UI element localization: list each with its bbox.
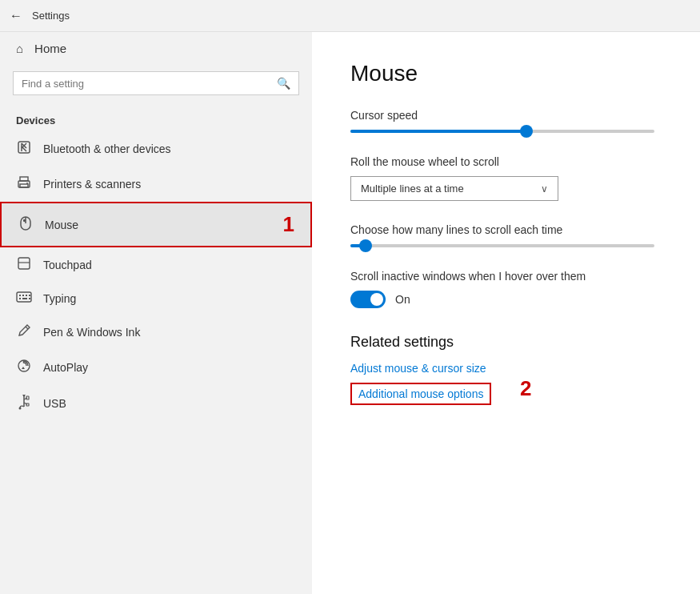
sidebar-item-printers-label: Printers & scanners xyxy=(43,178,141,191)
svg-rect-11 xyxy=(23,219,26,222)
cursor-speed-label: Cursor speed xyxy=(350,109,662,122)
annotation-1: 1 xyxy=(283,212,294,237)
sidebar-home-label: Home xyxy=(34,42,66,55)
svg-rect-14 xyxy=(17,292,31,302)
sidebar-item-mouse-label: Mouse xyxy=(45,219,78,231)
scroll-lines-slider[interactable] xyxy=(350,244,654,247)
sidebar-item-pen[interactable]: Pen & Windows Ink xyxy=(0,315,312,350)
svg-rect-18 xyxy=(19,298,21,299)
adjust-mouse-link[interactable]: Adjust mouse & cursor size xyxy=(350,362,662,375)
sidebar-item-touchpad-label: Touchpad xyxy=(43,259,92,271)
svg-rect-17 xyxy=(26,295,27,296)
pen-icon xyxy=(16,323,32,341)
scroll-dropdown[interactable]: Multiple lines at a time ∨ xyxy=(350,176,558,201)
sidebar-item-autoplay-label: AutoPlay xyxy=(43,361,88,374)
toggle-state-label: On xyxy=(395,293,410,306)
sidebar-item-typing[interactable]: Typing xyxy=(0,283,312,315)
scroll-label: Roll the mouse wheel to scroll xyxy=(350,155,662,168)
sidebar: ⌂ Home 🔍 Devices Bluetooth & other devic… xyxy=(0,32,312,594)
toggle-row: On xyxy=(350,291,662,308)
search-icon: 🔍 xyxy=(277,77,290,90)
svg-rect-28 xyxy=(26,396,29,399)
mouse-icon xyxy=(18,215,34,235)
svg-rect-15 xyxy=(19,295,21,296)
scroll-section: Roll the mouse wheel to scroll Multiple … xyxy=(350,155,662,201)
bluetooth-icon xyxy=(16,140,32,158)
scroll-lines-section: Choose how many lines to scroll each tim… xyxy=(350,223,662,247)
svg-rect-30 xyxy=(26,403,29,406)
home-icon: ⌂ xyxy=(16,42,23,55)
inactive-scroll-label: Scroll inactive windows when I hover ove… xyxy=(350,270,662,283)
sidebar-item-typing-label: Typing xyxy=(43,292,76,305)
usb-icon xyxy=(16,394,32,413)
touchpad-icon xyxy=(16,256,32,274)
svg-rect-7 xyxy=(20,184,28,187)
main-layout: ⌂ Home 🔍 Devices Bluetooth & other devic… xyxy=(0,32,700,594)
settings-title: Settings xyxy=(32,10,70,22)
svg-point-26 xyxy=(19,407,22,410)
content-area: Mouse Cursor speed Roll the mouse wheel … xyxy=(312,32,700,594)
sidebar-item-bluetooth-label: Bluetooth & other devices xyxy=(43,142,171,155)
sidebar-item-autoplay[interactable]: AutoPlay xyxy=(0,350,312,385)
svg-rect-19 xyxy=(22,298,27,299)
scroll-option-text: Multiple lines at a time xyxy=(361,183,464,195)
search-input[interactable] xyxy=(22,78,270,90)
sidebar-item-touchpad[interactable]: Touchpad xyxy=(0,247,312,283)
sidebar-item-usb-label: USB xyxy=(43,397,66,410)
svg-rect-12 xyxy=(18,258,30,269)
cursor-speed-section: Cursor speed xyxy=(350,109,662,133)
sidebar-section-header: Devices xyxy=(0,108,312,131)
autoplay-icon xyxy=(16,359,32,376)
inactive-scroll-toggle[interactable] xyxy=(350,291,386,308)
sidebar-item-printers[interactable]: Printers & scanners xyxy=(0,167,312,202)
sidebar-item-mouse[interactable]: Mouse 1 xyxy=(0,202,312,247)
sidebar-item-pen-label: Pen & Windows Ink xyxy=(43,326,140,339)
related-settings-section: Related settings Adjust mouse & cursor s… xyxy=(350,334,662,411)
title-bar: ← Settings xyxy=(0,0,700,32)
svg-rect-16 xyxy=(22,295,24,296)
scroll-lines-label: Choose how many lines to scroll each tim… xyxy=(350,223,662,236)
svg-point-8 xyxy=(26,183,28,184)
sidebar-item-usb[interactable]: USB xyxy=(0,385,312,422)
search-box: 🔍 xyxy=(13,71,299,95)
typing-icon xyxy=(16,291,32,306)
svg-rect-6 xyxy=(20,177,28,181)
sidebar-home[interactable]: ⌂ Home xyxy=(0,32,312,65)
additional-mouse-options-link[interactable]: Additional mouse options xyxy=(350,383,491,405)
printer-icon xyxy=(16,175,32,193)
toggle-knob xyxy=(370,293,383,306)
svg-rect-21 xyxy=(29,298,30,299)
cursor-speed-slider[interactable] xyxy=(350,130,654,133)
svg-marker-24 xyxy=(22,367,25,369)
related-settings-title: Related settings xyxy=(350,334,662,351)
chevron-down-icon: ∨ xyxy=(541,183,548,195)
sidebar-item-bluetooth[interactable]: Bluetooth & other devices xyxy=(0,131,312,167)
page-title: Mouse xyxy=(350,61,662,86)
svg-rect-20 xyxy=(29,295,30,296)
svg-marker-31 xyxy=(22,395,26,397)
annotation-2: 2 xyxy=(520,376,531,401)
svg-line-22 xyxy=(26,327,28,329)
inactive-scroll-section: Scroll inactive windows when I hover ove… xyxy=(350,270,662,308)
back-button[interactable]: ← xyxy=(10,9,22,23)
svg-rect-0 xyxy=(18,142,30,153)
